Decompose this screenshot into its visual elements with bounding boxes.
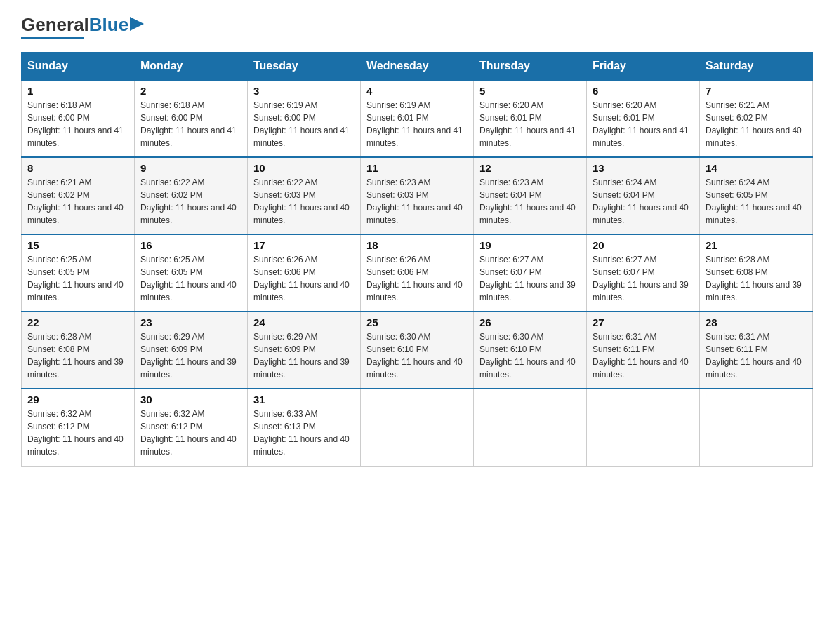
day-info: Sunrise: 6:32 AM Sunset: 6:12 PM Dayligh… bbox=[140, 408, 241, 458]
logo-blue-part: Blue bbox=[89, 14, 144, 36]
day-number: 5 bbox=[479, 85, 581, 97]
calendar-header-row: SundayMondayTuesdayWednesdayThursdayFrid… bbox=[22, 53, 813, 81]
calendar-cell: 18 Sunrise: 6:26 AM Sunset: 6:06 PM Dayl… bbox=[361, 234, 474, 311]
day-number: 17 bbox=[253, 239, 355, 251]
calendar-cell: 11 Sunrise: 6:23 AM Sunset: 6:03 PM Dayl… bbox=[361, 157, 474, 234]
day-info: Sunrise: 6:21 AM Sunset: 6:02 PM Dayligh… bbox=[27, 176, 128, 227]
calendar-cell: 24 Sunrise: 6:29 AM Sunset: 6:09 PM Dayl… bbox=[248, 311, 361, 389]
calendar-cell: 10 Sunrise: 6:22 AM Sunset: 6:03 PM Dayl… bbox=[248, 157, 361, 234]
calendar-cell: 6 Sunrise: 6:20 AM Sunset: 6:01 PM Dayli… bbox=[587, 80, 700, 157]
page-header: General Blue bbox=[21, 14, 813, 39]
day-number: 22 bbox=[27, 316, 128, 328]
logo-arrow-icon bbox=[130, 17, 144, 31]
logo: General Blue bbox=[21, 14, 144, 39]
calendar-cell bbox=[474, 389, 587, 466]
day-info: Sunrise: 6:27 AM Sunset: 6:07 PM Dayligh… bbox=[479, 253, 581, 304]
calendar-cell: 4 Sunrise: 6:19 AM Sunset: 6:01 PM Dayli… bbox=[361, 80, 474, 157]
day-number: 12 bbox=[479, 162, 581, 174]
day-number: 13 bbox=[593, 162, 694, 174]
day-info: Sunrise: 6:18 AM Sunset: 6:00 PM Dayligh… bbox=[140, 99, 241, 149]
day-info: Sunrise: 6:33 AM Sunset: 6:13 PM Dayligh… bbox=[253, 408, 355, 458]
week-row-2: 8 Sunrise: 6:21 AM Sunset: 6:02 PM Dayli… bbox=[22, 157, 813, 234]
day-number: 2 bbox=[140, 85, 241, 97]
day-number: 9 bbox=[140, 162, 241, 174]
day-number: 15 bbox=[27, 239, 128, 251]
day-number: 25 bbox=[366, 316, 468, 328]
day-number: 7 bbox=[706, 85, 807, 97]
calendar-cell: 1 Sunrise: 6:18 AM Sunset: 6:00 PM Dayli… bbox=[22, 80, 135, 157]
calendar-cell: 15 Sunrise: 6:25 AM Sunset: 6:05 PM Dayl… bbox=[22, 234, 135, 311]
day-number: 26 bbox=[479, 316, 581, 328]
logo-blue-text: Blue bbox=[89, 14, 128, 36]
day-info: Sunrise: 6:29 AM Sunset: 6:09 PM Dayligh… bbox=[253, 330, 355, 381]
day-info: Sunrise: 6:21 AM Sunset: 6:02 PM Dayligh… bbox=[706, 99, 807, 149]
calendar-cell: 2 Sunrise: 6:18 AM Sunset: 6:00 PM Dayli… bbox=[135, 80, 248, 157]
calendar-cell: 30 Sunrise: 6:32 AM Sunset: 6:12 PM Dayl… bbox=[135, 389, 248, 466]
day-number: 18 bbox=[366, 239, 468, 251]
calendar-cell bbox=[361, 389, 474, 466]
day-info: Sunrise: 6:20 AM Sunset: 6:01 PM Dayligh… bbox=[593, 99, 694, 149]
col-header-wednesday: Wednesday bbox=[361, 53, 474, 81]
calendar-cell: 31 Sunrise: 6:33 AM Sunset: 6:13 PM Dayl… bbox=[248, 389, 361, 466]
day-info: Sunrise: 6:32 AM Sunset: 6:12 PM Dayligh… bbox=[27, 408, 128, 458]
calendar-cell: 5 Sunrise: 6:20 AM Sunset: 6:01 PM Dayli… bbox=[474, 80, 587, 157]
day-info: Sunrise: 6:19 AM Sunset: 6:01 PM Dayligh… bbox=[366, 99, 468, 149]
day-info: Sunrise: 6:28 AM Sunset: 6:08 PM Dayligh… bbox=[27, 330, 128, 381]
day-number: 19 bbox=[479, 239, 581, 251]
calendar-cell: 19 Sunrise: 6:27 AM Sunset: 6:07 PM Dayl… bbox=[474, 234, 587, 311]
calendar-cell: 13 Sunrise: 6:24 AM Sunset: 6:04 PM Dayl… bbox=[587, 157, 700, 234]
day-number: 31 bbox=[253, 394, 355, 405]
col-header-saturday: Saturday bbox=[700, 53, 813, 81]
day-number: 24 bbox=[253, 316, 355, 328]
calendar-cell bbox=[587, 389, 700, 466]
calendar-cell: 16 Sunrise: 6:25 AM Sunset: 6:05 PM Dayl… bbox=[135, 234, 248, 311]
svg-marker-0 bbox=[130, 17, 144, 31]
day-number: 29 bbox=[27, 394, 128, 405]
calendar-cell: 21 Sunrise: 6:28 AM Sunset: 6:08 PM Dayl… bbox=[700, 234, 813, 311]
day-info: Sunrise: 6:26 AM Sunset: 6:06 PM Dayligh… bbox=[253, 253, 355, 304]
day-info: Sunrise: 6:27 AM Sunset: 6:07 PM Dayligh… bbox=[593, 253, 694, 304]
day-info: Sunrise: 6:30 AM Sunset: 6:10 PM Dayligh… bbox=[479, 330, 581, 381]
day-number: 10 bbox=[253, 162, 355, 174]
week-row-3: 15 Sunrise: 6:25 AM Sunset: 6:05 PM Dayl… bbox=[22, 234, 813, 311]
day-number: 1 bbox=[27, 85, 128, 97]
day-info: Sunrise: 6:23 AM Sunset: 6:03 PM Dayligh… bbox=[366, 176, 468, 227]
calendar-cell: 8 Sunrise: 6:21 AM Sunset: 6:02 PM Dayli… bbox=[22, 157, 135, 234]
day-number: 21 bbox=[706, 239, 807, 251]
day-number: 28 bbox=[706, 316, 807, 328]
calendar-cell: 28 Sunrise: 6:31 AM Sunset: 6:11 PM Dayl… bbox=[700, 311, 813, 389]
calendar-cell: 7 Sunrise: 6:21 AM Sunset: 6:02 PM Dayli… bbox=[700, 80, 813, 157]
calendar-cell bbox=[700, 389, 813, 466]
day-info: Sunrise: 6:31 AM Sunset: 6:11 PM Dayligh… bbox=[593, 330, 694, 381]
calendar-cell: 14 Sunrise: 6:24 AM Sunset: 6:05 PM Dayl… bbox=[700, 157, 813, 234]
day-info: Sunrise: 6:20 AM Sunset: 6:01 PM Dayligh… bbox=[479, 99, 581, 149]
calendar-cell: 22 Sunrise: 6:28 AM Sunset: 6:08 PM Dayl… bbox=[22, 311, 135, 389]
calendar-cell: 3 Sunrise: 6:19 AM Sunset: 6:00 PM Dayli… bbox=[248, 80, 361, 157]
day-number: 6 bbox=[593, 85, 694, 97]
day-info: Sunrise: 6:28 AM Sunset: 6:08 PM Dayligh… bbox=[706, 253, 807, 304]
day-number: 14 bbox=[706, 162, 807, 174]
col-header-thursday: Thursday bbox=[474, 53, 587, 81]
calendar-cell: 29 Sunrise: 6:32 AM Sunset: 6:12 PM Dayl… bbox=[22, 389, 135, 466]
logo-general-text: General bbox=[21, 14, 89, 36]
logo-underline bbox=[21, 37, 84, 39]
col-header-friday: Friday bbox=[587, 53, 700, 81]
col-header-monday: Monday bbox=[135, 53, 248, 81]
day-info: Sunrise: 6:30 AM Sunset: 6:10 PM Dayligh… bbox=[366, 330, 468, 381]
day-info: Sunrise: 6:31 AM Sunset: 6:11 PM Dayligh… bbox=[706, 330, 807, 381]
day-number: 16 bbox=[140, 239, 241, 251]
calendar-cell: 26 Sunrise: 6:30 AM Sunset: 6:10 PM Dayl… bbox=[474, 311, 587, 389]
day-info: Sunrise: 6:22 AM Sunset: 6:02 PM Dayligh… bbox=[140, 176, 241, 227]
calendar-cell: 9 Sunrise: 6:22 AM Sunset: 6:02 PM Dayli… bbox=[135, 157, 248, 234]
week-row-1: 1 Sunrise: 6:18 AM Sunset: 6:00 PM Dayli… bbox=[22, 80, 813, 157]
calendar-cell: 23 Sunrise: 6:29 AM Sunset: 6:09 PM Dayl… bbox=[135, 311, 248, 389]
week-row-5: 29 Sunrise: 6:32 AM Sunset: 6:12 PM Dayl… bbox=[22, 389, 813, 466]
day-info: Sunrise: 6:22 AM Sunset: 6:03 PM Dayligh… bbox=[253, 176, 355, 227]
calendar-cell: 27 Sunrise: 6:31 AM Sunset: 6:11 PM Dayl… bbox=[587, 311, 700, 389]
day-number: 20 bbox=[593, 239, 694, 251]
day-number: 8 bbox=[27, 162, 128, 174]
day-number: 27 bbox=[593, 316, 694, 328]
col-header-sunday: Sunday bbox=[22, 53, 135, 81]
calendar-cell: 17 Sunrise: 6:26 AM Sunset: 6:06 PM Dayl… bbox=[248, 234, 361, 311]
day-info: Sunrise: 6:18 AM Sunset: 6:00 PM Dayligh… bbox=[27, 99, 128, 149]
